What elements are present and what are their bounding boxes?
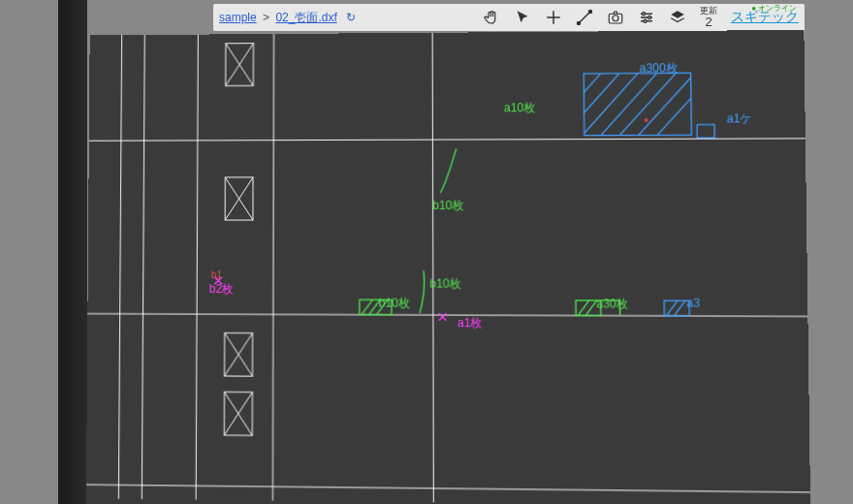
toolbar: オンライン sample > 02_壱面.dxf ↻ 更新 2 スギテック — [213, 4, 805, 31]
pan-tool-icon[interactable] — [479, 6, 504, 29]
layers-tool-icon[interactable] — [665, 6, 690, 29]
svg-point-22 — [645, 118, 648, 122]
svg-rect-19 — [584, 73, 691, 135]
svg-line-8 — [142, 35, 144, 499]
svg-line-10 — [272, 34, 273, 501]
svg-line-7 — [118, 35, 121, 499]
line-tool-icon[interactable] — [572, 6, 597, 29]
drawing-canvas[interactable]: a300枚 a1ケ a10枚 b10枚 b10枚 b10枚 a30枚 a3 a1… — [86, 30, 810, 504]
update-button[interactable]: 更新 2 — [696, 7, 721, 28]
online-status: オンライン — [751, 3, 797, 14]
svg-point-6 — [644, 19, 647, 22]
refresh-icon[interactable]: ↻ — [346, 11, 356, 24]
svg-point-0 — [578, 22, 581, 25]
svg-rect-21 — [697, 125, 714, 139]
cad-drawing — [86, 30, 810, 504]
svg-line-11 — [432, 33, 433, 503]
svg-point-4 — [643, 13, 646, 16]
settings-tool-icon[interactable] — [634, 6, 659, 29]
pointer-tool-icon[interactable] — [510, 6, 535, 29]
svg-line-14 — [86, 485, 810, 492]
svg-point-5 — [648, 16, 651, 19]
svg-point-1 — [589, 11, 592, 14]
svg-line-9 — [196, 35, 198, 500]
camera-tool-icon[interactable] — [603, 6, 628, 29]
breadcrumb-root[interactable]: sample — [219, 11, 257, 24]
update-count: 2 — [705, 16, 711, 28]
svg-line-12 — [89, 139, 806, 141]
svg-line-13 — [87, 314, 807, 317]
crosshair-tool-icon[interactable] — [541, 6, 566, 29]
breadcrumb: sample > 02_壱面.dxf ↻ — [219, 10, 356, 26]
svg-point-3 — [613, 16, 618, 21]
breadcrumb-file[interactable]: 02_壱面.dxf — [275, 11, 336, 24]
